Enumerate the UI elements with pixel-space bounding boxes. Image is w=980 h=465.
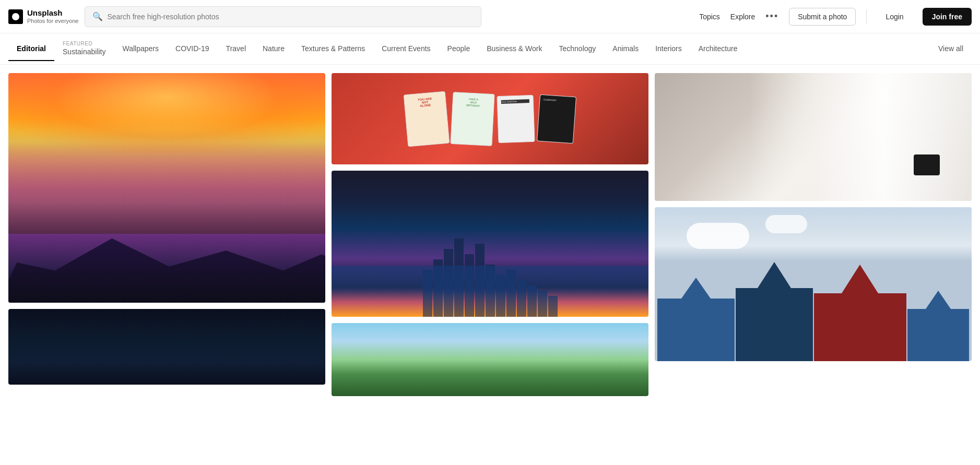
woman-highlight bbox=[750, 73, 972, 201]
clouds-layer bbox=[8, 130, 325, 234]
cloud-1 bbox=[687, 223, 749, 249]
login-button[interactable]: Login bbox=[877, 8, 912, 25]
photo-card[interactable] bbox=[655, 207, 972, 361]
photo-card[interactable] bbox=[655, 73, 972, 201]
roof bbox=[842, 265, 878, 293]
submit-photo-button[interactable]: Submit a photo bbox=[789, 8, 856, 26]
join-button[interactable]: Join free bbox=[923, 8, 972, 26]
cat-textures[interactable]: Textures & Patterns bbox=[293, 37, 373, 61]
dutch-houses bbox=[655, 246, 972, 361]
cat-people[interactable]: People bbox=[439, 37, 479, 61]
cloud-2 bbox=[765, 215, 807, 233]
photo-col-2: YOU ARENOTALONE HAVE AWILDBIRTHDAY! EGG … bbox=[332, 73, 648, 396]
cat-technology[interactable]: Technology bbox=[551, 37, 605, 61]
photo-card[interactable] bbox=[332, 171, 648, 317]
logo-link[interactable]: Unsplash Photos for everyone bbox=[8, 8, 78, 25]
top-nav: Topics Explore ••• Submit a photo Login … bbox=[699, 8, 972, 26]
search-bar[interactable]: 🔍 bbox=[85, 6, 481, 27]
facade bbox=[736, 288, 813, 361]
cat-architecture[interactable]: Architecture bbox=[690, 37, 746, 61]
logo-tagline: Photos for everyone bbox=[27, 18, 78, 25]
cat-interiors[interactable]: Interiors bbox=[647, 37, 690, 61]
category-nav: Editorial FEATURED Sustainability Wallpa… bbox=[0, 33, 980, 65]
facade bbox=[907, 309, 969, 361]
cat-travel[interactable]: Travel bbox=[218, 37, 254, 61]
photo-card[interactable] bbox=[332, 323, 648, 396]
photo-col-1 bbox=[8, 73, 325, 396]
cat-current-events[interactable]: Current Events bbox=[373, 37, 439, 61]
dutch-house-2 bbox=[736, 262, 813, 361]
explore-link[interactable]: Explore bbox=[730, 13, 755, 21]
cat-animals[interactable]: Animals bbox=[604, 37, 647, 61]
card-item: OLDERMORT bbox=[536, 94, 576, 144]
photo-card[interactable]: YOU ARENOTALONE HAVE AWILDBIRTHDAY! EGG … bbox=[332, 73, 648, 164]
photo-card[interactable] bbox=[8, 73, 325, 303]
photo-grid: YOU ARENOTALONE HAVE AWILDBIRTHDAY! EGG … bbox=[0, 65, 980, 404]
cat-sustainability[interactable]: FEATURED Sustainability bbox=[54, 33, 114, 64]
roof bbox=[681, 278, 711, 299]
mountain-silhouette bbox=[8, 222, 325, 303]
divider bbox=[866, 9, 867, 24]
facade bbox=[814, 293, 906, 361]
water-reflection bbox=[332, 266, 648, 317]
featured-label: FEATURED bbox=[63, 41, 106, 46]
cat-view-all[interactable]: View all bbox=[930, 37, 972, 61]
card-item: EGG SHEERAN bbox=[497, 94, 535, 142]
card-item: HAVE AWILDBIRTHDAY! bbox=[450, 91, 494, 146]
cat-business[interactable]: Business & Work bbox=[478, 37, 550, 61]
header: Unsplash Photos for everyone 🔍 Topics Ex… bbox=[0, 0, 980, 33]
cat-nature[interactable]: Nature bbox=[254, 37, 293, 61]
more-options[interactable]: ••• bbox=[765, 11, 778, 22]
roof bbox=[926, 291, 951, 309]
dutch-house-3 bbox=[814, 265, 906, 361]
cards-overlay: YOU ARENOTALONE HAVE AWILDBIRTHDAY! EGG … bbox=[332, 73, 648, 164]
dutch-house-1 bbox=[657, 278, 735, 361]
dutch-house-4 bbox=[907, 291, 969, 361]
logo-icon bbox=[8, 9, 23, 24]
facade bbox=[657, 299, 735, 361]
topics-link[interactable]: Topics bbox=[699, 13, 720, 21]
logo-name: Unsplash bbox=[27, 8, 78, 18]
card-item: YOU ARENOTALONE bbox=[403, 91, 449, 147]
photo-card[interactable] bbox=[8, 309, 325, 385]
cat-editorial[interactable]: Editorial bbox=[8, 37, 54, 61]
purse bbox=[914, 154, 940, 175]
photo-col-3 bbox=[655, 73, 972, 396]
cat-wallpapers[interactable]: Wallpapers bbox=[114, 37, 168, 61]
search-icon: 🔍 bbox=[92, 11, 103, 21]
roof bbox=[758, 262, 791, 288]
cat-covid19[interactable]: COVID-19 bbox=[167, 37, 218, 61]
search-input[interactable] bbox=[107, 13, 474, 21]
